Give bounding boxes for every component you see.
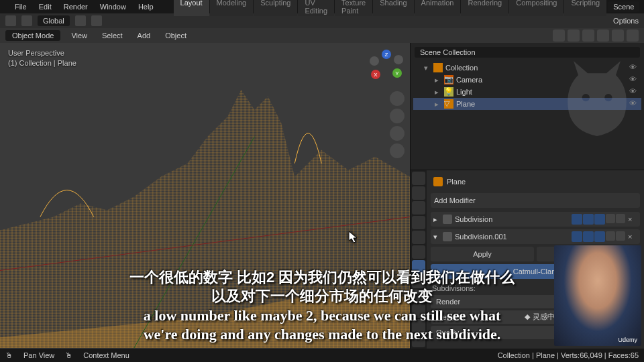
modifier-subdivision-001[interactable]: ▾ Subdivision.001 × bbox=[431, 229, 640, 244]
tab-compositing[interactable]: Compositing bbox=[509, 0, 564, 16]
tab-world-icon[interactable] bbox=[412, 231, 425, 244]
tab-layout[interactable]: Layout bbox=[174, 0, 209, 16]
menu-edit[interactable]: Edit bbox=[34, 1, 57, 12]
mod-cage-icon[interactable] bbox=[594, 214, 605, 225]
shading-rendered-icon[interactable] bbox=[627, 29, 639, 42]
subtitle-overlay: 一个很低的数字 比如2 因为我们仍然可以看到我们在做什么 以及对下一个细分市场的… bbox=[0, 268, 644, 345]
subdiv-icon bbox=[443, 215, 452, 224]
mod-cage-icon[interactable] bbox=[594, 231, 605, 242]
options-button[interactable]: Options bbox=[613, 17, 639, 25]
mod-down-icon[interactable] bbox=[616, 231, 625, 241]
viewport-info: User Perspective (1) Collection | Plane bbox=[8, 48, 76, 69]
mod-edit-icon[interactable] bbox=[583, 231, 594, 242]
redo-icon[interactable] bbox=[21, 15, 32, 26]
tab-uv[interactable]: UV Editing bbox=[298, 0, 334, 16]
camera-icon[interactable] bbox=[390, 126, 405, 141]
tab-modeling[interactable]: Modeling bbox=[210, 0, 254, 16]
mod-up-icon[interactable] bbox=[606, 231, 615, 241]
mod-display-icon[interactable] bbox=[572, 214, 582, 225]
xray-icon[interactable] bbox=[568, 29, 580, 42]
scene-field[interactable]: Scene bbox=[608, 1, 639, 12]
menu-add[interactable]: Add bbox=[133, 30, 155, 41]
proportional-icon[interactable] bbox=[91, 15, 102, 26]
tab-shading[interactable]: Shading bbox=[373, 0, 413, 16]
shading-wireframe-icon[interactable] bbox=[582, 29, 594, 42]
tab-animation[interactable]: Animation bbox=[415, 0, 461, 16]
undo-icon[interactable] bbox=[5, 15, 16, 26]
snap-icon[interactable] bbox=[75, 15, 86, 26]
perspective-icon[interactable] bbox=[390, 143, 405, 158]
close-icon[interactable]: × bbox=[628, 233, 637, 241]
tab-viewlayer-icon[interactable] bbox=[412, 201, 425, 215]
menu-object[interactable]: Object bbox=[161, 30, 191, 41]
tab-output-icon[interactable] bbox=[412, 186, 425, 200]
close-icon[interactable]: × bbox=[628, 215, 637, 223]
apply-button[interactable]: Apply bbox=[431, 247, 534, 261]
zoom-icon[interactable] bbox=[390, 91, 405, 106]
menu-file[interactable]: File bbox=[9, 1, 32, 12]
mode-dropdown[interactable]: Object Mode bbox=[5, 30, 60, 41]
menu-select[interactable]: Select bbox=[98, 30, 127, 41]
mouse-cursor-icon bbox=[349, 231, 360, 245]
menu-window[interactable]: Window bbox=[95, 1, 131, 12]
nav-gizmo[interactable]: ZXY bbox=[367, 48, 405, 86]
tab-object-icon[interactable] bbox=[412, 245, 425, 259]
mod-down-icon[interactable] bbox=[616, 214, 625, 223]
pan-icon[interactable] bbox=[390, 109, 405, 123]
menu-help[interactable]: Help bbox=[133, 1, 159, 12]
shading-material-icon[interactable] bbox=[612, 29, 624, 42]
tab-render-icon[interactable] bbox=[412, 172, 425, 185]
tab-texture[interactable]: Texture Paint bbox=[335, 0, 372, 16]
menu-view[interactable]: View bbox=[67, 30, 91, 41]
modifier-subdivision[interactable]: ▸ Subdivision × bbox=[431, 212, 640, 227]
overlay-icon[interactable] bbox=[553, 29, 565, 42]
add-modifier-dropdown[interactable]: Add Modifier bbox=[431, 193, 640, 208]
shading-solid-icon[interactable] bbox=[597, 29, 609, 42]
mod-edit-icon[interactable] bbox=[583, 214, 594, 225]
tab-scene-icon[interactable] bbox=[412, 216, 425, 229]
subdiv-icon bbox=[443, 232, 452, 241]
breadcrumb: Plane bbox=[431, 174, 640, 189]
mod-display-icon[interactable] bbox=[572, 231, 582, 242]
cat-watermark-icon bbox=[550, 56, 644, 150]
orientation-select[interactable]: Global bbox=[38, 15, 70, 26]
webcam-overlay: Udemy bbox=[554, 245, 641, 346]
mesh-icon bbox=[433, 177, 443, 186]
menu-render[interactable]: Render bbox=[58, 1, 93, 12]
status-bar: 🖱Pan View 🖱Context Menu Collection | Pla… bbox=[0, 349, 644, 362]
tab-rendering[interactable]: Rendering bbox=[461, 0, 508, 16]
outliner-panel[interactable]: Scene Collection ▾Collection👁 ▸📷Camera👁 … bbox=[411, 43, 644, 170]
tab-sculpting[interactable]: Sculpting bbox=[254, 0, 297, 16]
tab-scripting[interactable]: Scripting bbox=[564, 0, 606, 16]
mod-up-icon[interactable] bbox=[606, 214, 615, 223]
